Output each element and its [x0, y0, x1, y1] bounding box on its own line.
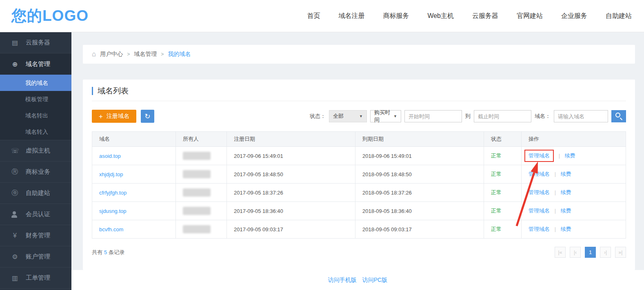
status-cell: 正常: [484, 147, 522, 165]
manage-domain-link[interactable]: 管理域名: [529, 153, 550, 159]
domain-link[interactable]: asoid.top: [99, 153, 121, 159]
expire-date-cell: 2018-09-05 18:37:26: [355, 184, 484, 202]
title-accent-bar: [92, 87, 93, 95]
sidebar-item-trademark-business[interactable]: Ⓡ 商标业务: [0, 162, 71, 183]
action-separator: |: [555, 189, 556, 195]
register-date-cell: 2017-09-05 18:48:50: [227, 165, 355, 184]
breadcrumb-domain-management[interactable]: 域名管理: [134, 51, 157, 58]
status-cell: 正常: [484, 220, 522, 239]
sidebar-item-self-site-builder[interactable]: ⓔ 自助建站: [0, 183, 71, 204]
manage-domain-link[interactable]: 管理域名: [529, 171, 550, 177]
top-nav: 首页 域名注册 商标服务 Web主机 云服务器 官网建站 企业服务 自助建站: [307, 12, 632, 20]
register-domain-label: 注册域名: [107, 113, 129, 120]
owner-redacted: [183, 207, 211, 215]
nav-item-cloud-server[interactable]: 云服务器: [472, 12, 498, 20]
action-separator: |: [559, 153, 560, 159]
sidebar-item-account-management[interactable]: ⚙ 账户管理: [0, 246, 71, 268]
sidebar-item-domain-transfer-out[interactable]: 域名转出: [0, 107, 71, 124]
column-header-status: 状态: [484, 132, 522, 147]
owner-redacted: [183, 170, 211, 178]
nav-item-domain-register[interactable]: 域名注册: [338, 12, 364, 20]
e-circle-icon: ⓔ: [11, 189, 19, 197]
sidebar-item-label: 商标业务: [26, 168, 50, 176]
expire-date-cell: 2018-09-06 15:49:01: [355, 147, 484, 165]
sidebar-item-finance-management[interactable]: ¥ 财务管理: [0, 225, 71, 246]
pagination-prev-button[interactable]: |‹: [570, 247, 581, 258]
refresh-button[interactable]: ↻: [141, 110, 154, 123]
nav-item-official-site[interactable]: 官网建站: [517, 12, 543, 20]
sidebar-item-ticket-management[interactable]: ▥ 工单管理: [0, 268, 71, 289]
to-label: 到: [465, 113, 471, 120]
column-header-actions: 操作: [522, 132, 626, 147]
status-select[interactable]: 全部 ▼: [329, 110, 367, 122]
renew-link[interactable]: 续费: [561, 226, 571, 232]
renew-link[interactable]: 续费: [565, 153, 575, 159]
actions-cell: 管理域名 | 续费: [522, 202, 626, 220]
sidebar-item-label: 虚拟主机: [26, 147, 50, 155]
sidebar-item-virtual-host[interactable]: ☏ 虚拟主机: [0, 140, 71, 162]
domain-link[interactable]: cfrfyjfgh.top: [99, 190, 127, 196]
domain-link[interactable]: sjdusng.top: [99, 208, 127, 214]
start-date-input[interactable]: [404, 110, 462, 122]
renew-link[interactable]: 续费: [561, 208, 571, 214]
manage-domain-link[interactable]: 管理域名: [529, 208, 550, 214]
renew-link[interactable]: 续费: [561, 189, 571, 195]
sidebar-item-label: 会员认证: [26, 210, 50, 218]
page-title: 域名列表: [98, 86, 129, 96]
domain-table: 域名 所有人 注册日期 到期日期 状态 操作 asoid.top 2017-09…: [92, 131, 626, 239]
table-row: sjdusng.top 2017-09-05 18:36:40 2018-09-…: [92, 202, 626, 220]
person-icon: [11, 211, 19, 218]
end-date-input[interactable]: [474, 110, 531, 122]
top-header: 您的LOGO 首页 域名注册 商标服务 Web主机 云服务器 官网建站 企业服务…: [0, 0, 644, 32]
pagination-first-button[interactable]: |«: [555, 247, 566, 258]
search-button[interactable]: [611, 110, 626, 122]
sidebar-item-my-domains[interactable]: 我的域名: [0, 75, 71, 91]
sidebar-item-template-management[interactable]: 模板管理: [0, 91, 71, 107]
sidebar-item-domain-transfer-in[interactable]: 域名转入: [0, 124, 71, 140]
page-footer: 访问手机版 访问PC版: [71, 270, 644, 290]
toolbar-buttons: + 注册域名 ↻: [92, 110, 154, 123]
pagination-last-button[interactable]: »|: [615, 247, 626, 258]
pc-version-link[interactable]: 访问PC版: [362, 277, 387, 284]
caret-down-icon: ▼: [359, 114, 363, 118]
nav-item-trademark-service[interactable]: 商标服务: [383, 12, 409, 20]
sidebar: ▤ 云服务器 ⊕ 域名管理 我的域名 模板管理 域名转出 域名转入 ☏ 虚拟主机…: [0, 32, 71, 290]
nav-item-enterprise-service[interactable]: 企业服务: [561, 12, 587, 20]
manage-domain-link[interactable]: 管理域名: [529, 226, 550, 232]
sidebar-item-label: 自助建站: [26, 189, 50, 197]
time-type-select[interactable]: 购买时间 ▼: [370, 110, 401, 122]
nav-item-home[interactable]: 首页: [307, 12, 320, 20]
actions-cell: 管理域名 | 续费: [522, 165, 626, 184]
owner-redacted: [183, 152, 211, 160]
actions-cell: 管理域名 | 续费: [522, 147, 626, 165]
breadcrumb-my-domains[interactable]: 我的域名: [168, 51, 191, 58]
nav-item-self-site[interactable]: 自助建站: [606, 12, 632, 20]
breadcrumb-user-center[interactable]: 用户中心: [100, 51, 123, 58]
sidebar-item-member-verification[interactable]: 会员认证: [0, 204, 71, 225]
breadcrumb: ⌂ 用户中心 > 域名管理 > 我的域名: [83, 45, 635, 64]
server-icon: ▤: [11, 39, 19, 46]
status-filter-label: 状态：: [310, 113, 326, 120]
register-domain-button[interactable]: + 注册域名: [92, 110, 136, 123]
nav-item-web-hosting[interactable]: Web主机: [427, 12, 454, 20]
pagination-page-1-button[interactable]: 1: [585, 247, 596, 258]
register-date-cell: 2017-09-05 18:36:40: [227, 202, 355, 220]
sidebar-item-cloud-server[interactable]: ▤ 云服务器: [0, 32, 71, 53]
summary-prefix: 共有: [92, 249, 102, 255]
toolbar: + 注册域名 ↻ 状态： 全部 ▼ 购买时间 ▼: [92, 110, 626, 123]
phone-host-icon: ☏: [11, 147, 19, 155]
home-icon: ⌂: [92, 50, 96, 58]
sidebar-item-label: 云服务器: [26, 39, 50, 46]
sidebar-item-domain-management[interactable]: ⊕ 域名管理: [0, 53, 71, 75]
domain-link[interactable]: bcvfh.com: [99, 226, 123, 232]
manage-domain-link[interactable]: 管理域名: [529, 189, 550, 195]
breadcrumb-separator: >: [127, 51, 130, 57]
domain-filter-label: 域名：: [535, 113, 551, 120]
expire-date-cell: 2018-09-05 18:36:40: [355, 202, 484, 220]
renew-link[interactable]: 续费: [561, 171, 571, 177]
mobile-version-link[interactable]: 访问手机版: [328, 277, 357, 284]
domain-link[interactable]: xhjdjdj.top: [99, 171, 123, 177]
pagination-next-button[interactable]: ›|: [600, 247, 611, 258]
domain-search-input[interactable]: [554, 110, 608, 122]
register-date-cell: 2017-09-05 18:37:26: [227, 184, 355, 202]
